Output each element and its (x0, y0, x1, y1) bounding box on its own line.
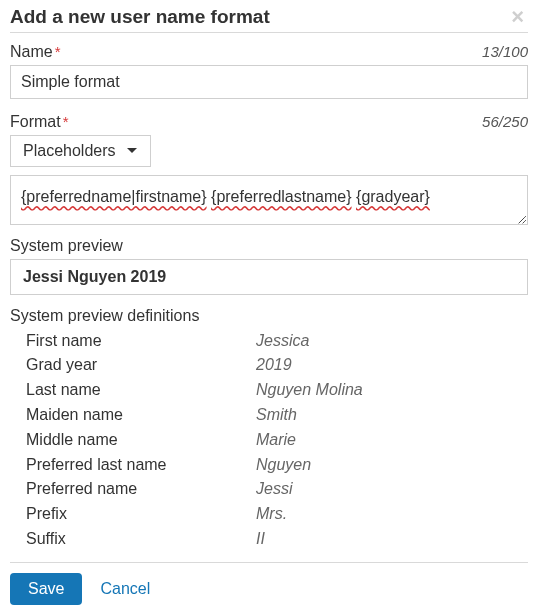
name-label: Name (10, 43, 53, 60)
definition-value: Jessica (256, 329, 309, 354)
modal-title: Add a new user name format (10, 6, 270, 28)
name-char-counter: 13/100 (482, 43, 528, 60)
definition-label: Preferred name (26, 477, 256, 502)
definition-label: Suffix (26, 527, 256, 552)
definition-row: Grad year2019 (26, 353, 528, 378)
definition-row: PrefixMrs. (26, 502, 528, 527)
close-icon[interactable]: × (507, 6, 528, 28)
name-input[interactable] (10, 65, 528, 99)
definition-value: Nguyen Molina (256, 378, 363, 403)
definition-value: Smith (256, 403, 297, 428)
format-label: Format (10, 113, 61, 130)
modal-header: Add a new user name format × (10, 6, 528, 33)
definition-row: Preferred last nameNguyen (26, 453, 528, 478)
definition-row: Maiden nameSmith (26, 403, 528, 428)
definition-row: Middle nameMarie (26, 428, 528, 453)
system-preview-label: System preview (10, 237, 528, 255)
cancel-button[interactable]: Cancel (100, 580, 150, 598)
definition-row: Last nameNguyen Molina (26, 378, 528, 403)
format-required-indicator: * (63, 113, 69, 130)
definition-row: SuffixII (26, 527, 528, 552)
placeholders-button-label: Placeholders (23, 142, 116, 160)
definition-value: II (256, 527, 265, 552)
definition-value: Nguyen (256, 453, 311, 478)
definition-row: Preferred nameJessi (26, 477, 528, 502)
save-button[interactable]: Save (10, 573, 82, 605)
system-preview-definitions-label: System preview definitions (10, 307, 528, 325)
format-label-row: Format* 56/250 (10, 113, 528, 131)
definition-value: Marie (256, 428, 296, 453)
definition-label: Grad year (26, 353, 256, 378)
chevron-down-icon (126, 147, 138, 155)
definition-value: Mrs. (256, 502, 287, 527)
format-token: {gradyear} (356, 188, 430, 205)
placeholders-dropdown-button[interactable]: Placeholders (10, 135, 151, 167)
modal-add-username-format: Add a new user name format × Name* 13/10… (0, 0, 538, 615)
format-textarea[interactable]: {preferredname|firstname} {preferredlast… (10, 175, 528, 225)
system-preview-value: Jessi Nguyen 2019 (10, 259, 528, 295)
name-required-indicator: * (55, 43, 61, 60)
format-token: {preferredname|firstname} (21, 188, 207, 205)
definitions-list: First nameJessicaGrad year2019Last nameN… (10, 329, 528, 552)
name-label-row: Name* 13/100 (10, 43, 528, 61)
definition-label: Middle name (26, 428, 256, 453)
format-token: {preferredlastname} (211, 188, 352, 205)
definition-label: Maiden name (26, 403, 256, 428)
definition-label: First name (26, 329, 256, 354)
definition-label: Last name (26, 378, 256, 403)
definition-label: Preferred last name (26, 453, 256, 478)
resize-handle-icon[interactable] (513, 210, 525, 222)
definition-value: 2019 (256, 353, 292, 378)
svg-line-1 (519, 222, 524, 225)
definition-label: Prefix (26, 502, 256, 527)
format-char-counter: 56/250 (482, 113, 528, 130)
definition-row: First nameJessica (26, 329, 528, 354)
definition-value: Jessi (256, 477, 292, 502)
modal-footer: Save Cancel (10, 562, 528, 605)
